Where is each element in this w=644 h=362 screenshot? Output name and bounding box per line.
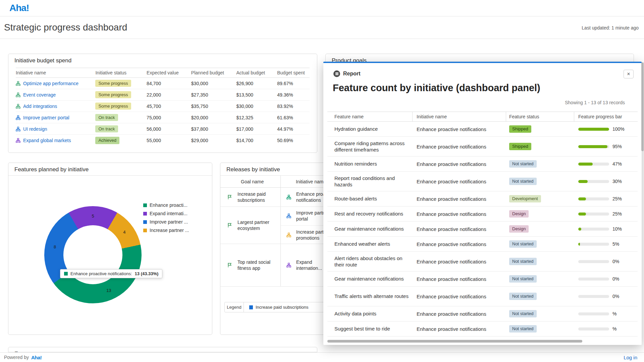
feature-name-cell: Traffic alerts with alternate routes	[327, 293, 413, 300]
feature-progress-cell: 10%	[574, 226, 638, 232]
legend-item-label: Increase partner ...	[150, 228, 189, 233]
status-badge: Not started	[509, 160, 537, 168]
initiative-link[interactable]: Optimize app performance	[23, 81, 78, 86]
legend-item: Increase paid subscriptions	[249, 305, 309, 310]
aha-footer-logo[interactable]: Aha!	[31, 355, 42, 360]
initiative-link[interactable]: UI redesign	[23, 126, 47, 132]
table-row: Improve partner portalOn track75,000$20,…	[16, 112, 310, 123]
dashboard-title-bar: Strategic progress dashboard Last update…	[0, 16, 644, 39]
initiative-link[interactable]: Add integrations	[23, 104, 57, 109]
initiative-name-cell: Enhance proactive notifications	[413, 311, 506, 317]
status-badge: Shipped	[509, 125, 531, 133]
goal-name-text: Largest partner ecosystem	[237, 219, 277, 231]
status-badge: Not started	[509, 310, 537, 317]
log-in-link[interactable]: Log in	[624, 355, 637, 360]
col-initiative-name: Initiative name	[281, 179, 326, 184]
budget-spent-cell: 89.67%	[277, 81, 310, 86]
feature-name-text: Gear maintenance notifications	[334, 276, 409, 282]
modal-title: Feature count by initiative (dashboard p…	[333, 82, 540, 94]
progress-percent-label: 0%	[612, 294, 619, 299]
table-row: Route-based alertsEnhance proactive noti…	[327, 191, 638, 206]
col-initiative-status: Initiative status	[95, 70, 147, 75]
powered-by: Powered by Aha!	[4, 355, 42, 360]
donut-chart[interactable]: 54138	[44, 206, 142, 303]
close-icon[interactable]: ×	[624, 70, 634, 78]
report-table-header: Feature name Initiative name Feature sta…	[327, 112, 638, 122]
feature-name-cell: Suggest best time to ride	[327, 325, 413, 332]
legend-item[interactable]: Enhance proacti...	[143, 202, 189, 208]
status-badge: Not started	[509, 178, 537, 185]
legend-item[interactable]: Expand internati...	[143, 211, 189, 216]
status-badge: Development	[509, 195, 541, 202]
status-badge: Some progress	[95, 80, 131, 87]
legend-swatch	[143, 212, 147, 216]
planned-budget-cell: $20,000	[191, 115, 236, 120]
feature-status-cell: Not started	[506, 325, 574, 333]
feature-name-text: Alert riders about obstacles on their ro…	[334, 255, 409, 268]
goal-flag-icon	[227, 262, 232, 268]
table-row: Rest and recovery notificationsEnhance p…	[327, 206, 638, 222]
progress-bar-fill	[578, 228, 581, 231]
tooltip-value: 13 (43.33%)	[135, 271, 159, 276]
horizontal-scrollbar-thumb[interactable]	[327, 340, 582, 343]
slice-value-label: 8	[54, 244, 56, 249]
status-badge: Not started	[509, 240, 537, 248]
legend-item-label: Expand internati...	[150, 211, 187, 216]
col-actual-budget: Actual budget	[236, 70, 277, 75]
initiative-link[interactable]: Event coverage	[23, 92, 56, 98]
goal-name-text: Top rated social fitness app	[237, 259, 277, 271]
feature-progress-cell: 95%	[574, 144, 638, 149]
status-badge: Shipped	[509, 143, 531, 150]
panel-title: Features planned by initiative	[8, 163, 212, 176]
initiative-link[interactable]: Improve partner portal	[23, 115, 69, 120]
expected-value-cell: 56,000	[147, 126, 191, 132]
status-badge: Not started	[509, 293, 537, 300]
initiative-status-cell: Some progress	[95, 103, 147, 110]
progress-bar-track	[578, 295, 609, 298]
table-row: Optimize app performanceSome progress84,…	[16, 78, 310, 89]
feature-name-text: Nutrition reminders	[334, 161, 409, 167]
progress-percent-label: 95%	[612, 144, 622, 149]
feature-progress-cell: %	[574, 311, 638, 316]
initiative-icon	[16, 115, 20, 120]
aha-logo[interactable]: Aha!	[9, 3, 29, 13]
progress-bar-fill	[578, 197, 586, 200]
progress-bar-track	[578, 128, 609, 131]
feature-name-text: Rest and recovery notifications	[334, 210, 409, 217]
vertical-scrollbar-thumb[interactable]	[641, 62, 644, 151]
table-row: Gear maintenance notificationsEnhance pr…	[327, 222, 638, 237]
feature-name-cell: Route-based alerts	[327, 195, 413, 202]
legend-item[interactable]: Increase partner ...	[143, 228, 189, 233]
feature-name-text: Gear maintenance notifications	[334, 226, 409, 232]
actual-budget-cell: $26,900	[236, 81, 277, 86]
feature-progress-cell: 0%	[574, 294, 638, 299]
col-budget-spent: Budget spent	[277, 70, 310, 75]
expected-value-cell: 55,000	[147, 138, 191, 143]
feature-progress-cell: 25%	[574, 196, 638, 201]
actual-budget-cell: $30,000	[236, 104, 277, 109]
progress-bar-track	[578, 327, 609, 330]
col-initiative-name: Initiative name	[16, 70, 95, 75]
progress-percent-label: 0%	[612, 276, 619, 282]
status-badge: Not started	[509, 258, 537, 265]
donut-ring[interactable]	[44, 206, 142, 303]
chart-tooltip: Enhance proactive notifications: 13 (43.…	[60, 269, 162, 278]
initiative-icon	[16, 104, 20, 109]
budget-spent-cell: 83.92%	[277, 104, 310, 109]
actual-budget-cell: $12,325	[236, 115, 277, 120]
initiative-icon	[286, 214, 291, 218]
goal-name-text: Increase paid subscriptions	[237, 191, 277, 203]
progress-bar-fill	[578, 145, 607, 148]
slice-value-label: 5	[92, 214, 94, 219]
initiative-name-cell: Improve partner portal	[16, 115, 95, 120]
table-row: Compare riding patterns across different…	[327, 137, 638, 157]
panel-title: Initiative budget spend	[8, 54, 317, 66]
initiative-link[interactable]: Expand global markets	[23, 138, 71, 143]
progress-bar-track	[578, 312, 609, 315]
legend-item[interactable]: Improve partner ...	[143, 219, 189, 225]
progress-percent-label: 5%	[612, 241, 619, 247]
legend-label: Legend	[225, 302, 244, 312]
feature-status-cell: Shipped	[506, 143, 574, 150]
table-row: Enhanced weather alertsEnhance proactive…	[327, 237, 638, 252]
initiative-icon	[286, 263, 291, 267]
